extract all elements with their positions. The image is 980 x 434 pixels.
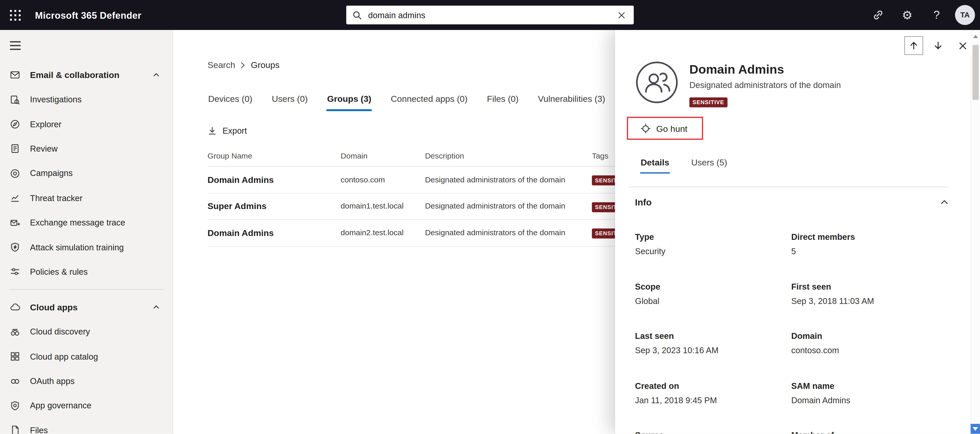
app-governance-icon: [10, 401, 20, 411]
sidebar-item-policies-rules[interactable]: Policies & rules: [0, 260, 173, 284]
tab-vulnerabilities[interactable]: Vulnerabilities (3): [537, 91, 606, 111]
global-search[interactable]: [346, 6, 633, 24]
table-row[interactable]: Super Admins domain1.test.local Designat…: [207, 193, 652, 220]
nav-collapse-button[interactable]: [10, 39, 25, 52]
table-header-row: Group Name Domain Description Tags: [207, 146, 652, 167]
sidebar-divider: [9, 289, 164, 290]
info-field-member-of: Member of: [791, 430, 949, 434]
message-trace-icon: [10, 217, 20, 228]
sidebar-item-app-governance[interactable]: App governance: [0, 393, 173, 418]
panel-tab-details[interactable]: Details: [640, 156, 670, 173]
info-field-type: Type Security: [635, 231, 791, 257]
files-icon: [10, 425, 20, 434]
info-field-source: Source: [635, 430, 791, 434]
tab-connected-apps[interactable]: Connected apps (0): [390, 91, 468, 111]
sidebar-item-files[interactable]: Files: [0, 418, 173, 434]
info-section-header: Info: [635, 197, 949, 207]
group-icon: [635, 60, 679, 104]
previous-item-button[interactable]: [905, 36, 923, 55]
next-item-button[interactable]: [929, 36, 947, 55]
top-bar: Microsoft 365 Defender ⚙: [0, 0, 980, 30]
info-field-scope: Scope Global: [635, 281, 791, 307]
column-header-group-name[interactable]: Group Name: [207, 151, 340, 160]
feedback-link-button[interactable]: [863, 0, 892, 30]
group-avatar: [635, 60, 679, 104]
sidebar-section-cloud-apps[interactable]: Cloud apps: [0, 295, 173, 320]
tab-users[interactable]: Users (0): [271, 91, 309, 111]
sidebar-item-threat-tracker[interactable]: Threat tracker: [0, 186, 173, 210]
cloud-icon: [10, 302, 20, 312]
info-field-last-seen: Last seen Sep 3, 2023 10:16 AM: [635, 331, 791, 356]
sidebar-item-oauth-apps[interactable]: OAuth apps: [0, 369, 173, 393]
download-icon: [207, 126, 217, 136]
settings-button[interactable]: ⚙: [892, 0, 922, 30]
sidebar-item-cloud-app-catalog[interactable]: Cloud app catalog: [0, 344, 173, 369]
collapse-info-button[interactable]: [940, 198, 949, 206]
sidebar-item-explorer[interactable]: Explorer: [0, 112, 173, 137]
attack-simulation-icon: [10, 242, 20, 252]
info-grid: Type Security Direct members 5 Scope Glo…: [635, 231, 949, 434]
arrow-down-icon: [933, 41, 943, 51]
app-launcher-button[interactable]: [0, 0, 30, 30]
panel-nav: [905, 36, 972, 55]
tab-files[interactable]: Files (0): [487, 91, 519, 111]
sidebar-item-campaigns[interactable]: Campaigns: [0, 161, 173, 186]
column-header-domain[interactable]: Domain: [340, 151, 425, 160]
go-hunt-button[interactable]: Go hunt: [628, 124, 687, 133]
hamburger-icon: [10, 41, 21, 43]
sidebar-item-exchange-message-trace[interactable]: Exchange message trace: [0, 210, 173, 235]
entity-meta: Domain Admins Designated administrators …: [689, 60, 841, 108]
gear-icon: ⚙: [902, 9, 912, 21]
chevron-up-icon: [153, 71, 160, 79]
annotation-highlight-box: Go hunt: [627, 117, 703, 140]
panel-divider: [628, 187, 949, 187]
panel-scrollbar: [970, 30, 980, 434]
panel-tabs: Details Users (5): [640, 156, 949, 173]
triangle-down-icon: [972, 427, 978, 431]
cloud-discovery-icon: [10, 327, 20, 337]
policies-icon: [10, 267, 20, 277]
breadcrumb-groups[interactable]: Groups: [251, 60, 280, 70]
info-field-sam-name: SAM name Domain Admins: [791, 380, 949, 406]
panel-title: Domain Admins: [689, 62, 841, 77]
avatar[interactable]: TA: [955, 5, 975, 25]
app-title: Microsoft 365 Defender: [35, 10, 141, 20]
sidebar-item-cloud-discovery[interactable]: Cloud discovery: [0, 320, 173, 344]
panel-content: Domain Admins Designated administrators …: [615, 30, 971, 434]
sidebar-section-email-collaboration[interactable]: Email & collaboration: [0, 62, 173, 87]
threat-tracker-icon: [10, 193, 20, 203]
go-hunt-icon: [641, 124, 651, 133]
sidebar-item-investigations[interactable]: Investigations: [0, 87, 173, 112]
breadcrumb-search[interactable]: Search: [207, 60, 235, 70]
link-icon: [872, 10, 883, 21]
close-icon: [617, 11, 625, 19]
chevron-up-icon: [153, 303, 160, 311]
help-button[interactable]: ?: [922, 0, 951, 30]
tab-groups[interactable]: Groups (3): [326, 91, 372, 111]
chevron-up-icon: [940, 198, 949, 206]
clear-search-button[interactable]: [614, 8, 629, 22]
scrollbar-down-button[interactable]: [970, 424, 980, 434]
scrollbar-up-arrow[interactable]: [971, 32, 980, 41]
tab-devices[interactable]: Devices (0): [207, 91, 253, 111]
table-row[interactable]: Domain Admins contoso.com Designated adm…: [207, 167, 652, 193]
close-panel-button[interactable]: [953, 36, 972, 55]
export-button[interactable]: Export: [207, 126, 247, 136]
sidebar-item-attack-simulation-training[interactable]: Attack simulation training: [0, 235, 173, 260]
search-input[interactable]: [368, 10, 614, 20]
topbar-actions: ⚙ ? TA: [863, 0, 980, 30]
sidebar-item-review[interactable]: Review: [0, 136, 173, 161]
help-icon: ?: [934, 8, 940, 22]
details-panel: Domain Admins Designated administrators …: [615, 30, 980, 434]
search-icon: [353, 10, 362, 20]
column-header-description[interactable]: Description: [425, 151, 592, 160]
info-field-domain: Domain contoso.com: [791, 331, 949, 356]
mail-icon: [10, 70, 20, 80]
sidebar: Email & collaboration Investigations Exp…: [0, 30, 173, 434]
campaigns-icon: [10, 168, 20, 179]
sensitive-badge: SENSITIVE: [689, 97, 727, 108]
panel-subtitle: Designated administrators of the domain: [689, 81, 841, 90]
table-row[interactable]: Domain Admins domain2.test.local Designa…: [207, 220, 652, 247]
scrollbar-thumb[interactable]: [972, 45, 979, 100]
panel-tab-users[interactable]: Users (5): [690, 156, 728, 173]
